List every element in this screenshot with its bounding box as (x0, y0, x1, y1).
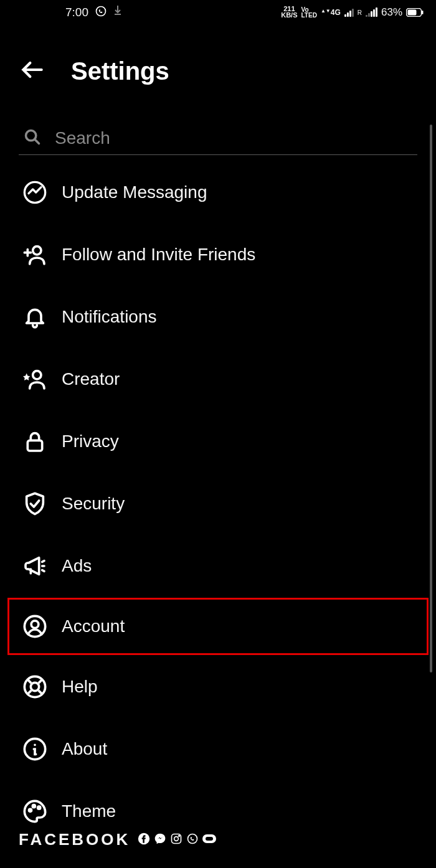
svg-point-7 (33, 371, 41, 379)
status-time: 7:00 (65, 6, 88, 19)
signal-bars-2-icon (366, 8, 377, 17)
network-type: ▲▼4G (321, 8, 341, 17)
menu-label: Ads (62, 556, 92, 576)
footer-brand: FACEBOOK (19, 830, 130, 849)
person-add-icon (22, 242, 48, 268)
back-button[interactable] (19, 56, 46, 86)
volte-indicator: Vo LTED (301, 7, 317, 18)
shield-check-icon (22, 491, 48, 517)
info-icon (22, 736, 48, 762)
signal-bars-1-icon (344, 8, 354, 17)
roaming-indicator: R (358, 9, 362, 16)
svg-rect-23 (206, 837, 213, 841)
svg-rect-8 (27, 440, 42, 451)
instagram-icon (170, 833, 182, 847)
menu-item-account[interactable]: Account (7, 598, 429, 655)
network-speed: 211 KB/S (281, 6, 297, 19)
menu-label: Follow and Invite Friends (62, 245, 255, 265)
menu-item-security[interactable]: Security (7, 473, 429, 535)
settings-menu: Update Messaging Follow and Invite Frien… (0, 161, 436, 842)
footer-icons (138, 833, 216, 847)
whatsapp-icon (95, 5, 107, 21)
menu-item-about[interactable]: About (7, 718, 429, 780)
menu-item-notifications[interactable]: Notifications (7, 286, 429, 348)
svg-point-14 (29, 809, 32, 811)
svg-point-12 (31, 682, 39, 691)
download-icon (113, 6, 122, 20)
menu-label: Privacy (62, 432, 119, 451)
menu-label: Notifications (62, 307, 157, 327)
menu-item-privacy[interactable]: Privacy (7, 410, 429, 473)
whatsapp-footer-icon (186, 833, 199, 847)
menu-item-update-messaging[interactable]: Update Messaging (7, 161, 429, 224)
svg-rect-3 (422, 11, 424, 14)
svg-rect-2 (408, 10, 417, 16)
star-person-icon (22, 366, 48, 392)
menu-label: Creator (62, 369, 120, 389)
menu-label: About (62, 739, 107, 759)
page-title: Settings (71, 57, 169, 85)
menu-label: Security (62, 494, 125, 514)
menu-label: Theme (62, 801, 116, 821)
svg-point-21 (188, 834, 197, 843)
battery-icon (406, 8, 424, 17)
menu-item-help[interactable]: Help (7, 656, 429, 718)
user-circle-icon (22, 613, 48, 639)
oculus-icon (202, 834, 216, 846)
menu-item-ads[interactable]: Ads (7, 535, 429, 597)
svg-point-15 (32, 805, 35, 808)
lifebuoy-icon (22, 674, 48, 700)
battery-percentage: 63% (381, 6, 402, 19)
svg-point-20 (179, 835, 180, 836)
status-bar: 7:00 211 KB/S Vo LTED ▲▼4G R 63% (0, 0, 436, 25)
messenger-icon (154, 833, 166, 847)
menu-label: Help (62, 677, 98, 697)
svg-point-10 (31, 621, 39, 628)
facebook-icon (138, 833, 150, 847)
menu-item-creator[interactable]: Creator (7, 348, 429, 410)
menu-item-follow-invite[interactable]: Follow and Invite Friends (7, 224, 429, 286)
status-right: 211 KB/S Vo LTED ▲▼4G R 63% (281, 6, 424, 19)
messenger-icon (22, 179, 48, 205)
search-input[interactable] (55, 128, 417, 148)
svg-point-6 (33, 247, 41, 255)
status-left: 7:00 (12, 5, 122, 21)
search-bar[interactable] (19, 123, 417, 155)
header: Settings (0, 25, 436, 111)
menu-label: Account (62, 616, 125, 636)
svg-point-19 (174, 836, 179, 841)
svg-point-0 (96, 6, 105, 16)
search-icon (24, 128, 41, 148)
megaphone-icon (22, 553, 48, 579)
svg-point-16 (38, 806, 40, 809)
bell-icon (22, 304, 48, 330)
palette-icon (22, 798, 48, 824)
lock-icon (22, 428, 48, 455)
footer: FACEBOOK (19, 830, 216, 849)
scrollbar[interactable] (430, 125, 432, 672)
menu-label: Update Messaging (62, 182, 207, 202)
